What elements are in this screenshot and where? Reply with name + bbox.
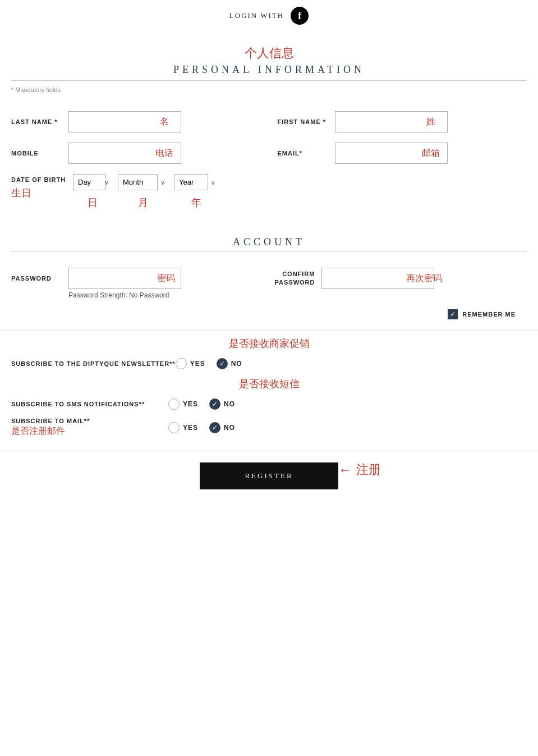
newsletter-yes-label: YES	[190, 360, 205, 368]
first-name-input[interactable]	[335, 111, 448, 132]
mail-row: SUBSCRIBE TO MAIL** 是否注册邮件 YES NO	[11, 418, 527, 437]
dob-year-cn: 年	[174, 196, 219, 209]
mail-title-cn: 是否注册邮件	[11, 425, 168, 437]
month-select-wrapper: Month	[118, 174, 168, 190]
last-name-input[interactable]	[68, 111, 181, 132]
facebook-icon[interactable]: f	[291, 7, 309, 25]
email-group: EMAIL* 邮箱	[278, 143, 527, 164]
newsletter-no-radio[interactable]	[217, 358, 228, 369]
newsletter-row: SUBSCRIBE TO THE DIPTYQUE NEWSLETTER** Y…	[11, 358, 527, 369]
last-name-group: LAST NAME * 名	[11, 111, 261, 132]
confirm-label-1: CONFIRM	[282, 271, 315, 277]
year-select-wrapper: Year	[174, 174, 219, 190]
dob-label-block: DATE OF BIRTH 生日	[11, 174, 73, 200]
account-section-title: ACCOUNT	[0, 225, 538, 251]
mail-yes-radio[interactable]	[168, 422, 180, 433]
dob-label-en: DATE OF BIRTH	[11, 176, 73, 183]
email-label: EMAIL*	[278, 150, 328, 157]
name-row: LAST NAME * 名 FIRST NAME * 姓	[11, 111, 527, 132]
contact-row: MOBILE 电话 EMAIL* 邮箱	[11, 143, 527, 164]
confirm-password-group: CONFIRM PASSWORD 再次密码	[275, 268, 527, 289]
dob-day-cn: 日	[73, 196, 112, 209]
day-select-wrapper: Day	[73, 174, 112, 190]
email-input[interactable]	[335, 143, 448, 164]
dob-dropdowns: Day Month Year	[73, 174, 219, 190]
mail-options: YES NO	[168, 422, 235, 433]
subscribe-section: 是否接收商家促销 SUBSCRIBE TO THE DIPTYQUE NEWSL…	[0, 331, 538, 451]
personal-info-section-title: 个人信息 PERSONAL INFORMATION	[0, 29, 538, 80]
last-name-label: LAST NAME *	[11, 118, 62, 125]
sms-yes-label: YES	[183, 400, 198, 408]
sms-label: SUBSCRIBE TO SMS NOTIFICATIONS**	[11, 401, 168, 407]
personal-info-title-cn: 个人信息	[0, 45, 538, 62]
register-annotation: ← 注册	[338, 461, 381, 478]
mandatory-note: * Mandatory fields	[0, 81, 538, 95]
month-select[interactable]: Month	[118, 174, 158, 190]
personal-info-title-en: PERSONAL INFORMATION	[0, 64, 538, 76]
sms-title-cn: 是否接收短信	[11, 377, 527, 391]
newsletter-label: SUBSCRIBE TO THE DIPTYQUE NEWSLETTER**	[11, 360, 176, 367]
sms-yes-option: YES	[168, 398, 198, 410]
email-input-wrapper: 邮箱	[335, 143, 527, 164]
password-input-row: PASSWORD 密码	[11, 268, 264, 289]
sms-no-label: NO	[224, 400, 235, 408]
mobile-input[interactable]	[68, 143, 181, 164]
sms-options: YES NO	[168, 398, 235, 410]
remember-me-checkbox[interactable]: ✓	[448, 309, 458, 319]
sms-no-radio[interactable]	[209, 398, 220, 410]
newsletter-options: YES NO	[176, 358, 242, 369]
register-arrow-icon: ←	[338, 462, 352, 478]
first-name-label: FIRST NAME *	[278, 118, 328, 125]
mobile-input-wrapper: 电话	[68, 143, 261, 164]
account-title-en: ACCOUNT	[233, 236, 305, 248]
dob-section: DATE OF BIRTH 生日 Day Month Year	[11, 174, 527, 209]
newsletter-yes-radio[interactable]	[176, 358, 187, 369]
dob-selects: Day Month Year 日 月 年	[73, 174, 219, 209]
mail-no-label: NO	[224, 424, 235, 432]
dob-label-cn: 生日	[11, 186, 73, 200]
mobile-group: MOBILE 电话	[11, 143, 261, 164]
day-select[interactable]: Day	[73, 174, 105, 190]
confirm-label-2: PASSWORD	[275, 279, 315, 286]
year-select[interactable]: Year	[174, 174, 208, 190]
password-input-wrapper: 密码	[68, 268, 264, 289]
mail-no-option: NO	[209, 422, 235, 433]
newsletter-no-label: NO	[231, 360, 242, 368]
dob-month-cn: 月	[118, 196, 168, 209]
newsletter-title-cn: 是否接收商家促销	[11, 337, 527, 350]
login-with-text: LOGIN WITH	[229, 11, 284, 20]
top-login-bar: LOGIN WITH f	[0, 0, 538, 29]
mail-yes-label: YES	[183, 424, 198, 432]
confirm-password-label: CONFIRM PASSWORD	[275, 270, 315, 287]
password-row: PASSWORD 密码 Password Strength: No Passwo…	[11, 268, 527, 299]
mail-yes-option: YES	[168, 422, 198, 433]
remember-me-label: REMEMBER ME	[462, 311, 516, 318]
mail-no-radio[interactable]	[209, 422, 220, 433]
password-strength: Password Strength: No Password	[68, 291, 264, 299]
mail-label-block: SUBSCRIBE TO MAIL** 是否注册邮件	[11, 418, 168, 437]
register-section: ← 注册 REGISTER	[0, 451, 538, 501]
personal-info-form: LAST NAME * 名 FIRST NAME * 姓 MOBILE 电话 E…	[0, 95, 538, 225]
account-form: PASSWORD 密码 Password Strength: No Passwo…	[0, 252, 538, 331]
first-name-group: FIRST NAME * 姓	[278, 111, 527, 132]
last-name-input-wrapper: 名	[68, 111, 261, 132]
register-cn: 注册	[356, 461, 381, 478]
password-input[interactable]	[68, 268, 181, 289]
sms-yes-radio[interactable]	[168, 398, 180, 410]
first-name-input-wrapper: 姓	[335, 111, 527, 132]
password-label: PASSWORD	[11, 275, 62, 282]
mobile-label: MOBILE	[11, 150, 62, 157]
confirm-password-input-wrapper: 再次密码	[321, 268, 527, 289]
register-button[interactable]: REGISTER	[200, 462, 338, 489]
newsletter-yes-option: YES	[176, 358, 205, 369]
dob-cn-labels: 日 月 年	[73, 196, 219, 209]
sms-row: SUBSCRIBE TO SMS NOTIFICATIONS** YES NO	[11, 398, 527, 410]
sms-no-option: NO	[209, 398, 235, 410]
confirm-password-input[interactable]	[321, 268, 434, 289]
remember-me-row: ✓ REMEMBER ME	[11, 309, 527, 319]
mail-label: SUBSCRIBE TO MAIL**	[11, 418, 168, 424]
newsletter-no-option: NO	[217, 358, 242, 369]
password-group: PASSWORD 密码 Password Strength: No Passwo…	[11, 268, 264, 299]
newsletter-label-block: SUBSCRIBE TO THE DIPTYQUE NEWSLETTER**	[11, 360, 176, 367]
sms-label-block: SUBSCRIBE TO SMS NOTIFICATIONS**	[11, 401, 168, 407]
